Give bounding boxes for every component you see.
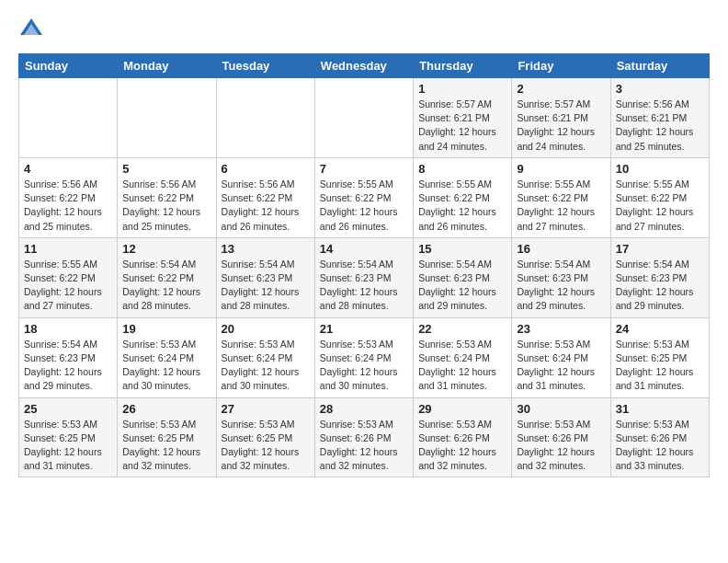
- day-info: Sunrise: 5:53 AM Sunset: 6:25 PM Dayligh…: [24, 418, 112, 474]
- day-number: 26: [122, 402, 210, 416]
- day-number: 27: [222, 402, 310, 416]
- day-number: 18: [24, 322, 112, 336]
- day-info: Sunrise: 5:53 AM Sunset: 6:26 PM Dayligh…: [418, 418, 506, 474]
- day-cell: 2Sunrise: 5:57 AM Sunset: 6:21 PM Daylig…: [512, 78, 610, 158]
- day-header-thursday: Thursday: [414, 54, 512, 78]
- day-info: Sunrise: 5:55 AM Sunset: 6:22 PM Dayligh…: [616, 178, 704, 234]
- day-number: 13: [222, 242, 310, 256]
- day-cell: 20Sunrise: 5:53 AM Sunset: 6:24 PM Dayli…: [216, 317, 314, 397]
- page: SundayMondayTuesdayWednesdayThursdayFrid…: [0, 0, 728, 494]
- day-number: 5: [122, 162, 210, 176]
- day-number: 31: [616, 402, 704, 416]
- day-info: Sunrise: 5:55 AM Sunset: 6:22 PM Dayligh…: [517, 178, 605, 234]
- day-cell: 14Sunrise: 5:54 AM Sunset: 6:23 PM Dayli…: [314, 237, 413, 317]
- day-info: Sunrise: 5:53 AM Sunset: 6:24 PM Dayligh…: [320, 338, 408, 394]
- day-cell: 10Sunrise: 5:55 AM Sunset: 6:22 PM Dayli…: [610, 157, 709, 237]
- day-header-sunday: Sunday: [19, 54, 118, 78]
- day-header-wednesday: Wednesday: [314, 54, 413, 78]
- day-number: 30: [517, 402, 605, 416]
- day-number: 1: [418, 82, 506, 96]
- day-cell: 15Sunrise: 5:54 AM Sunset: 6:23 PM Dayli…: [414, 237, 512, 317]
- day-info: Sunrise: 5:56 AM Sunset: 6:21 PM Dayligh…: [616, 98, 704, 154]
- day-info: Sunrise: 5:54 AM Sunset: 6:23 PM Dayligh…: [320, 258, 408, 314]
- day-cell: [19, 78, 118, 158]
- day-header-monday: Monday: [118, 54, 216, 78]
- day-number: 14: [320, 242, 408, 256]
- day-info: Sunrise: 5:53 AM Sunset: 6:25 PM Dayligh…: [122, 418, 210, 474]
- day-info: Sunrise: 5:54 AM Sunset: 6:23 PM Dayligh…: [616, 258, 704, 314]
- day-cell: 11Sunrise: 5:55 AM Sunset: 6:22 PM Dayli…: [19, 237, 118, 317]
- day-number: 25: [24, 402, 112, 416]
- day-info: Sunrise: 5:57 AM Sunset: 6:21 PM Dayligh…: [418, 98, 506, 154]
- day-number: 23: [517, 322, 605, 336]
- day-number: 19: [122, 322, 210, 336]
- day-info: Sunrise: 5:56 AM Sunset: 6:22 PM Dayligh…: [24, 178, 112, 234]
- day-cell: 31Sunrise: 5:53 AM Sunset: 6:26 PM Dayli…: [610, 397, 709, 477]
- day-info: Sunrise: 5:54 AM Sunset: 6:23 PM Dayligh…: [24, 338, 112, 394]
- day-number: 11: [24, 242, 112, 256]
- day-number: 15: [418, 242, 506, 256]
- day-info: Sunrise: 5:54 AM Sunset: 6:23 PM Dayligh…: [418, 258, 506, 314]
- day-cell: 6Sunrise: 5:56 AM Sunset: 6:22 PM Daylig…: [216, 157, 314, 237]
- day-number: 7: [320, 162, 408, 176]
- day-cell: 30Sunrise: 5:53 AM Sunset: 6:26 PM Dayli…: [512, 397, 610, 477]
- day-cell: 18Sunrise: 5:54 AM Sunset: 6:23 PM Dayli…: [19, 317, 118, 397]
- day-info: Sunrise: 5:57 AM Sunset: 6:21 PM Dayligh…: [517, 98, 605, 154]
- day-cell: 4Sunrise: 5:56 AM Sunset: 6:22 PM Daylig…: [19, 157, 118, 237]
- day-cell: 19Sunrise: 5:53 AM Sunset: 6:24 PM Dayli…: [118, 317, 216, 397]
- day-number: 16: [517, 242, 605, 256]
- day-number: 17: [616, 242, 704, 256]
- day-number: 21: [320, 322, 408, 336]
- day-info: Sunrise: 5:56 AM Sunset: 6:22 PM Dayligh…: [222, 178, 310, 234]
- day-cell: 28Sunrise: 5:53 AM Sunset: 6:26 PM Dayli…: [314, 397, 413, 477]
- day-number: 22: [418, 322, 506, 336]
- day-info: Sunrise: 5:53 AM Sunset: 6:24 PM Dayligh…: [418, 338, 506, 394]
- day-cell: 22Sunrise: 5:53 AM Sunset: 6:24 PM Dayli…: [414, 317, 512, 397]
- day-info: Sunrise: 5:55 AM Sunset: 6:22 PM Dayligh…: [24, 258, 112, 314]
- day-info: Sunrise: 5:53 AM Sunset: 6:24 PM Dayligh…: [122, 338, 210, 394]
- day-info: Sunrise: 5:53 AM Sunset: 6:26 PM Dayligh…: [320, 418, 408, 474]
- logo: [18, 17, 46, 42]
- week-row-2: 4Sunrise: 5:56 AM Sunset: 6:22 PM Daylig…: [19, 157, 710, 237]
- day-number: 9: [517, 162, 605, 176]
- day-cell: 29Sunrise: 5:53 AM Sunset: 6:26 PM Dayli…: [414, 397, 512, 477]
- day-number: 4: [24, 162, 112, 176]
- day-cell: 16Sunrise: 5:54 AM Sunset: 6:23 PM Dayli…: [512, 237, 610, 317]
- day-cell: [216, 78, 314, 158]
- day-cell: 12Sunrise: 5:54 AM Sunset: 6:22 PM Dayli…: [118, 237, 216, 317]
- day-cell: 21Sunrise: 5:53 AM Sunset: 6:24 PM Dayli…: [314, 317, 413, 397]
- day-header-tuesday: Tuesday: [216, 54, 314, 78]
- week-row-1: 1Sunrise: 5:57 AM Sunset: 6:21 PM Daylig…: [19, 78, 710, 158]
- day-info: Sunrise: 5:53 AM Sunset: 6:25 PM Dayligh…: [616, 338, 704, 394]
- day-cell: 17Sunrise: 5:54 AM Sunset: 6:23 PM Dayli…: [610, 237, 709, 317]
- week-row-5: 25Sunrise: 5:53 AM Sunset: 6:25 PM Dayli…: [19, 397, 710, 477]
- calendar: SundayMondayTuesdayWednesdayThursdayFrid…: [18, 53, 710, 477]
- day-cell: 7Sunrise: 5:55 AM Sunset: 6:22 PM Daylig…: [314, 157, 413, 237]
- day-number: 8: [418, 162, 506, 176]
- day-cell: [118, 78, 216, 158]
- day-cell: 24Sunrise: 5:53 AM Sunset: 6:25 PM Dayli…: [610, 317, 709, 397]
- day-cell: 27Sunrise: 5:53 AM Sunset: 6:25 PM Dayli…: [216, 397, 314, 477]
- day-info: Sunrise: 5:55 AM Sunset: 6:22 PM Dayligh…: [320, 178, 408, 234]
- day-info: Sunrise: 5:54 AM Sunset: 6:23 PM Dayligh…: [222, 258, 310, 314]
- day-cell: 26Sunrise: 5:53 AM Sunset: 6:25 PM Dayli…: [118, 397, 216, 477]
- day-info: Sunrise: 5:53 AM Sunset: 6:24 PM Dayligh…: [517, 338, 605, 394]
- day-number: 12: [122, 242, 210, 256]
- week-row-3: 11Sunrise: 5:55 AM Sunset: 6:22 PM Dayli…: [19, 237, 710, 317]
- day-cell: 25Sunrise: 5:53 AM Sunset: 6:25 PM Dayli…: [19, 397, 118, 477]
- day-cell: 9Sunrise: 5:55 AM Sunset: 6:22 PM Daylig…: [512, 157, 610, 237]
- header-row: SundayMondayTuesdayWednesdayThursdayFrid…: [19, 54, 710, 78]
- day-number: 10: [616, 162, 704, 176]
- day-info: Sunrise: 5:55 AM Sunset: 6:22 PM Dayligh…: [418, 178, 506, 234]
- day-number: 20: [222, 322, 310, 336]
- day-number: 29: [418, 402, 506, 416]
- day-cell: 1Sunrise: 5:57 AM Sunset: 6:21 PM Daylig…: [414, 78, 512, 158]
- week-row-4: 18Sunrise: 5:54 AM Sunset: 6:23 PM Dayli…: [19, 317, 710, 397]
- day-header-saturday: Saturday: [610, 54, 709, 78]
- day-info: Sunrise: 5:53 AM Sunset: 6:25 PM Dayligh…: [222, 418, 310, 474]
- day-number: 28: [320, 402, 408, 416]
- day-info: Sunrise: 5:54 AM Sunset: 6:23 PM Dayligh…: [517, 258, 605, 314]
- day-header-friday: Friday: [512, 54, 610, 78]
- day-info: Sunrise: 5:56 AM Sunset: 6:22 PM Dayligh…: [122, 178, 210, 234]
- logo-icon: [18, 17, 44, 42]
